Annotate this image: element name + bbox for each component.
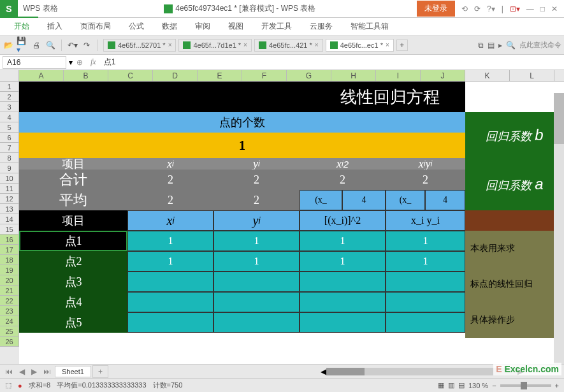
- col-header-A[interactable]: A: [19, 70, 64, 81]
- row-header-9[interactable]: 9: [0, 163, 19, 173]
- row-header-4[interactable]: 4: [0, 112, 19, 122]
- p5-1[interactable]: [127, 312, 213, 333]
- p2-2[interactable]: 1: [213, 251, 300, 272]
- point2-label[interactable]: 点2: [19, 251, 127, 272]
- row-header-18[interactable]: 18: [0, 255, 19, 265]
- hscroll-left-icon[interactable]: ◀: [321, 367, 326, 376]
- vertical-scrollbar[interactable]: [554, 93, 564, 364]
- doc-tab-2[interactable]: 4e65f...7d1e1 *×: [178, 39, 251, 52]
- sheet-first-icon[interactable]: ⏮: [3, 367, 15, 376]
- p4-2[interactable]: [213, 292, 300, 312]
- col-header-E[interactable]: E: [198, 70, 242, 81]
- zoom-slider[interactable]: [500, 384, 551, 387]
- menu-insert[interactable]: 插入: [38, 18, 71, 35]
- search-icon[interactable]: 🔍: [506, 41, 516, 50]
- search-hint[interactable]: 点此查找命令: [519, 40, 561, 50]
- p2-1[interactable]: 1: [127, 251, 213, 272]
- sheet-last-icon[interactable]: ⏭: [41, 367, 54, 376]
- col-header-L[interactable]: L: [510, 70, 554, 81]
- namebox-dropdown-icon[interactable]: ▾: [69, 58, 73, 67]
- print-icon[interactable]: 🖨: [31, 40, 42, 51]
- help-icon[interactable]: ?▾: [487, 4, 495, 13]
- save-icon[interactable]: 💾▾: [17, 40, 28, 51]
- row-header-17[interactable]: 17: [0, 245, 19, 255]
- p4-4[interactable]: [386, 292, 465, 312]
- sheet-prev-icon[interactable]: ◀: [17, 367, 27, 376]
- row-header-2[interactable]: 2: [0, 92, 19, 102]
- p3-2[interactable]: [213, 272, 300, 292]
- menu-view[interactable]: 视图: [219, 18, 252, 35]
- row-header-5[interactable]: 5: [0, 122, 19, 133]
- undo-icon[interactable]: ↶▾: [67, 40, 78, 51]
- menu-cloud[interactable]: 云服务: [301, 18, 342, 35]
- row-header-10[interactable]: 10: [0, 173, 19, 184]
- view-break-icon[interactable]: ▤: [458, 381, 465, 389]
- col-header-B[interactable]: B: [64, 70, 108, 81]
- zoom-in-icon[interactable]: +: [555, 382, 559, 389]
- col-header-H[interactable]: H: [331, 70, 376, 81]
- sync-icon[interactable]: ⟲: [461, 4, 468, 13]
- row-header-1[interactable]: 1: [0, 82, 19, 92]
- row-header-16[interactable]: 16: [0, 235, 19, 245]
- arrow-icon[interactable]: ▸: [498, 41, 502, 50]
- sheet-tab-1[interactable]: Sheet1: [55, 366, 91, 377]
- p1-4[interactable]: 1: [386, 231, 465, 251]
- add-sheet-icon[interactable]: +: [92, 365, 108, 378]
- row-header-7[interactable]: 7: [0, 143, 19, 153]
- row-header-14[interactable]: 14: [0, 214, 19, 224]
- count-value[interactable]: 1: [19, 133, 465, 158]
- col-header-J[interactable]: J: [421, 70, 465, 81]
- row-header-13[interactable]: 13: [0, 204, 19, 214]
- p1-3[interactable]: 1: [300, 231, 386, 251]
- status-record-icon[interactable]: ●: [18, 382, 22, 389]
- name-box[interactable]: [3, 56, 66, 69]
- status-menu-icon[interactable]: ⬚: [5, 381, 11, 389]
- close-extra-icon[interactable]: ⊡▾: [510, 4, 520, 13]
- col-header-K[interactable]: K: [465, 70, 510, 81]
- col-header-I[interactable]: I: [376, 70, 421, 81]
- minimize-icon[interactable]: —: [526, 4, 534, 13]
- collapse-icon[interactable]: ⧉: [478, 41, 484, 50]
- menu-data[interactable]: 数据: [153, 18, 186, 35]
- point1-label[interactable]: 点1: [19, 231, 127, 251]
- row-header-22[interactable]: 22: [0, 296, 19, 306]
- col-header-F[interactable]: F: [242, 70, 287, 81]
- row-header-25[interactable]: 25: [0, 326, 19, 337]
- zoom-value[interactable]: 130 %: [468, 382, 488, 389]
- menu-devtools[interactable]: 开发工具: [252, 18, 301, 35]
- p5-3[interactable]: [300, 312, 386, 333]
- tab-close-icon[interactable]: ×: [386, 41, 389, 48]
- p5-2[interactable]: [213, 312, 300, 333]
- row-header-3[interactable]: 3: [0, 102, 19, 112]
- menu-smart[interactable]: 智能工具箱: [342, 18, 398, 35]
- point3-label[interactable]: 点3: [19, 272, 127, 292]
- redo-icon[interactable]: ↷: [81, 40, 92, 51]
- menu-start[interactable]: 开始: [5, 17, 38, 35]
- col-header-D[interactable]: D: [153, 70, 198, 81]
- zoom-out-icon[interactable]: −: [492, 382, 496, 389]
- sync2-icon[interactable]: ⟳: [474, 4, 481, 13]
- menu-layout[interactable]: 页面布局: [71, 18, 120, 35]
- maximize-icon[interactable]: □: [540, 4, 545, 13]
- preview-icon[interactable]: 🔍: [45, 40, 56, 51]
- new-tab-icon[interactable]: +: [396, 40, 408, 51]
- row-header-8[interactable]: 8: [0, 153, 19, 163]
- doc-tab-4[interactable]: 4e65fc...ec1 *×: [326, 39, 394, 52]
- row-header-26[interactable]: 26: [0, 337, 19, 347]
- p4-3[interactable]: [300, 292, 386, 312]
- sheet-next-icon[interactable]: ▶: [29, 367, 40, 376]
- p3-1[interactable]: [127, 272, 213, 292]
- p1-1[interactable]: 1: [127, 231, 213, 251]
- tab-close-icon[interactable]: ×: [243, 41, 247, 48]
- p3-4[interactable]: [386, 272, 465, 292]
- p1-2[interactable]: 1: [213, 231, 300, 251]
- menu-review[interactable]: 审阅: [186, 18, 219, 35]
- tab-close-icon[interactable]: ×: [168, 41, 172, 48]
- row-header-24[interactable]: 24: [0, 316, 19, 326]
- point4-label[interactable]: 点4: [19, 292, 127, 312]
- point5-label[interactable]: 点5: [19, 312, 127, 333]
- horizontal-scrollbar[interactable]: [326, 368, 517, 375]
- row-header-11[interactable]: 11: [0, 184, 19, 194]
- p2-3[interactable]: 1: [300, 251, 386, 272]
- fx-label[interactable]: fx: [90, 57, 96, 67]
